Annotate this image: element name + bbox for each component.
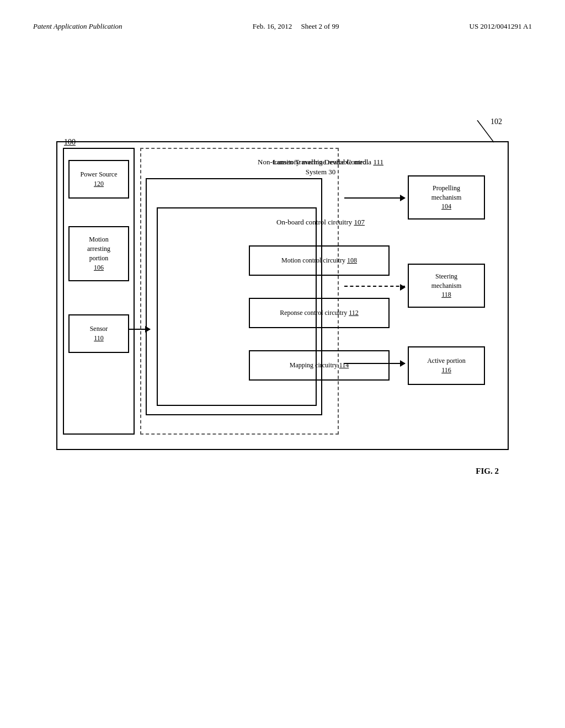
page-header: Patent Application Publication Feb. 16, … [33,22,532,31]
diagram-area: 102 100 Power Source 120 Motion [45,141,520,450]
page: Patent Application Publication Feb. 16, … [0,0,565,728]
box-steering: Steering mechanism 118 [408,264,485,308]
motion-arresting-line2: arresting [87,244,110,254]
header-date: Feb. 16, 2012 [253,22,292,30]
figure-label: FIG. 2 [33,467,499,476]
motion-arresting-line3: portion [89,254,109,263]
box-power-source: Power Source 120 [68,160,129,199]
power-source-number: 120 [94,179,104,189]
box-sensor: Sensor 110 [68,314,129,353]
header-publication: Patent Application Publication [33,22,122,31]
motion-arresting-number: 106 [94,263,104,272]
header-patent-number: US 2012/0041291 A1 [470,22,532,31]
sensor-text: Sensor [90,324,108,334]
header-date-sheet: Feb. 16, 2012 Sheet 2 of 99 [253,22,339,31]
label-102-line [461,120,505,148]
arrow-to-active [344,363,405,364]
box-motion-arresting: Motion arresting portion 106 [68,226,129,281]
box-100: 100 Power Source 120 Motion arresting po… [63,148,135,435]
arrow-to-steering [344,286,405,287]
sensor-number: 110 [94,334,104,343]
media-label: Non-transitory machine readable media 11… [238,157,403,167]
onboard-outer-box [157,207,317,406]
power-source-text: Power Source [81,170,118,179]
outer-box-102: 102 100 Power Source 120 Motion [56,141,509,450]
svg-line-0 [477,120,494,142]
box-propelling: Propelling mechanism 104 [408,175,485,220]
box-active-portion: Active portion 116 [408,346,485,385]
arrow-to-propelling [344,197,405,199]
motion-arresting-line1: Motion [89,235,108,244]
header-sheet: Sheet 2 of 99 [301,22,339,30]
label-100: 100 [64,138,76,147]
